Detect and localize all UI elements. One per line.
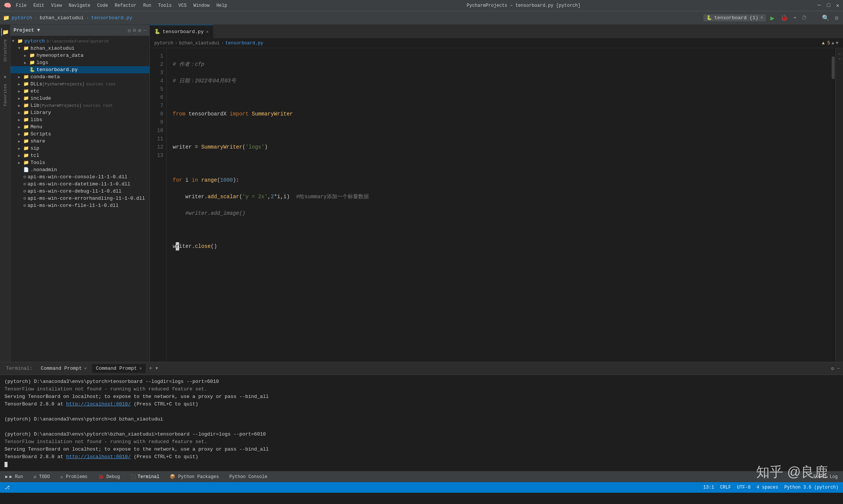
run-tool-icon: ▶ [5, 474, 8, 480]
toolbar-breadcrumb-sep2: › [86, 15, 89, 21]
tree-item-bzhan[interactable]: ▼ 📁 bzhan_xiaotudui [11, 45, 149, 52]
terminal-settings-icon[interactable]: ⚙ [831, 366, 834, 372]
settings-button[interactable]: ⚙ [833, 14, 840, 22]
tree-item-dlls[interactable]: ▶ 📁 DLLs [PycharmProjects] sources root [11, 80, 149, 88]
scrollbar-thumb[interactable] [832, 56, 835, 79]
tree-item-dll1[interactable]: ▶ ⚙ api-ms-win-core-console-l1-1-0.dll [11, 173, 149, 181]
run-config-selector[interactable]: 🐍 tensorboard (1) ▼ [703, 14, 766, 21]
status-encoding[interactable]: UTF-8 [737, 485, 750, 490]
coverage-button[interactable]: ☂ [792, 15, 798, 21]
code-editor[interactable]: 1 2 3 4 5 6 7 8 9 10 11 12 13 # 作者：cfp #… [150, 48, 843, 362]
tree-item-tensorboard[interactable]: ▶ 🐍 tensorboard.py [11, 66, 149, 73]
terminal-tab-1[interactable]: Command Prompt ✕ [37, 364, 90, 373]
menu-window[interactable]: Window [191, 2, 212, 9]
breadcrumb-sep2: › [221, 41, 224, 46]
problems-tool-item[interactable]: ⚠ Problems [58, 473, 90, 480]
menu-file[interactable]: File [14, 2, 29, 9]
terminal-body[interactable]: (pytorch) D:\anaconda3\envs\pytorch>tens… [0, 375, 843, 471]
tree-item-logs[interactable]: ▶ 📁 logs [11, 59, 149, 66]
todo-tool-label: ☑ TODO [33, 474, 50, 480]
status-bar: ⎇ 13:1 CRLF UTF-8 4 spaces Python 3.6 (p… [0, 482, 843, 493]
titlebar-controls: ─ □ ✕ [818, 2, 839, 9]
settings-gear-icon[interactable]: ⚙ [138, 27, 141, 33]
tree-item-etc[interactable]: ▶ 📁 etc [11, 88, 149, 95]
code-line-11 [173, 226, 825, 234]
menu-view[interactable]: View [49, 2, 64, 9]
tab-file-icon: 🐍 [154, 29, 160, 35]
tree-item-lib[interactable]: ▶ 📁 Lib [PycharmProjects] sources root [11, 102, 149, 109]
locate-icon[interactable]: ◎ [128, 27, 131, 33]
menu-edit[interactable]: Edit [31, 2, 47, 9]
menu-run[interactable]: Run [141, 2, 154, 9]
sidebar-project-icon[interactable]: 📁 [1, 28, 9, 36]
tree-item-tools[interactable]: ▶ 📁 Tools [11, 159, 149, 166]
terminal-add-button[interactable]: + [147, 365, 154, 372]
minimize-button[interactable]: ─ [818, 2, 821, 9]
panel-close-icon[interactable]: — [143, 27, 146, 33]
tree-item-menu[interactable]: ▶ 📁 Menu [11, 123, 149, 131]
menu-help[interactable]: Help [214, 2, 230, 9]
terminal-tab-2[interactable]: Command Prompt ✕ [92, 364, 146, 373]
maximize-button[interactable]: □ [827, 2, 830, 9]
tree-item-libs[interactable]: ▶ 📁 libs [11, 116, 149, 123]
terminal-tab-2-close[interactable]: ✕ [139, 366, 142, 371]
tree-item-conda-meta[interactable]: ▶ 📁 conda-meta [11, 73, 149, 80]
error-warning-count: ▲ 5 [822, 41, 830, 46]
menu-tools[interactable]: Tools [156, 2, 174, 9]
editor-tab-tensorboard[interactable]: 🐍 tensorboard.py ✕ [150, 25, 213, 38]
debug-tool-item[interactable]: 🐞 Debug [96, 473, 122, 480]
collapse-all-icon[interactable]: ⊟ [133, 27, 136, 33]
code-line-9: writer.add_scalar('y = 2x',2*i,i) #给summ… [173, 193, 825, 201]
menu-code[interactable]: Code [95, 2, 110, 9]
run-button[interactable]: ▶ [768, 14, 777, 22]
python-packages-tool-item[interactable]: 📦 Python Packages [167, 473, 221, 480]
menu-vcs[interactable]: VCS [176, 2, 189, 9]
profile-button[interactable]: ⏱ [800, 15, 808, 21]
terminal-line-8: (pytorch) D:\anaconda3\envs\pytorch\bzha… [5, 431, 838, 438]
editor-scrollbar[interactable] [831, 48, 835, 362]
terminal-minimize-icon[interactable]: — [837, 366, 840, 371]
breadcrumb-scroll-up[interactable]: ▲ [832, 41, 834, 46]
tree-item-include[interactable]: ▶ 📁 include [11, 95, 149, 102]
run-tool-item[interactable]: ▶ ▶ Run [3, 473, 25, 480]
tree-item-dll5[interactable]: ▶ ⚙ api-ms-win-core-file-l1-1-0.dll [11, 202, 149, 209]
tree-item-root[interactable]: ▼ 📁 pytorch D:\anaconda3\envs\pytorch [11, 38, 149, 45]
event-log-tool-item[interactable]: Event Log [811, 474, 840, 480]
menu-refactor[interactable]: Refactor [113, 2, 139, 9]
terminal-tool-item[interactable]: ⬛ Terminal [128, 473, 162, 480]
terminal-link-1[interactable]: http://localhost:6010/ [66, 401, 131, 407]
terminal-dropdown-arrow[interactable]: ▼ [155, 366, 158, 371]
code-content[interactable]: # 作者：cfp # 日期：2022年04月03号 from tensorboa… [167, 48, 831, 362]
tree-item-share[interactable]: ▶ 📁 share [11, 138, 149, 145]
tree-item-hymenoptera[interactable]: ▶ 📁 hymenoptera_data [11, 52, 149, 59]
code-line-1: # 作者：cfp [173, 60, 825, 68]
tree-item-scripts[interactable]: ▶ 📁 Scripts [11, 131, 149, 138]
terminal-link-2[interactable]: http://localhost:6010/ [66, 454, 131, 460]
tree-item-dll4[interactable]: ▶ ⚙ api-ms-win-core-errorhandling-l1-1-0… [11, 195, 149, 202]
search-button[interactable]: 🔍 [820, 14, 831, 22]
terminal-tab-1-close[interactable]: ✕ [84, 366, 87, 371]
status-indent[interactable]: 4 spaces [756, 485, 778, 490]
tree-item-sip[interactable]: ▶ 📁 sip [11, 145, 149, 152]
sidebar-structure-icon[interactable]: Structure [3, 39, 8, 62]
tree-item-library[interactable]: ▶ 📁 Library [11, 109, 149, 116]
sidebar-favorites-icon[interactable]: Favorites [3, 83, 8, 106]
python-console-tool-item[interactable]: Python Console [227, 474, 270, 480]
status-line-col[interactable]: 13:1 [703, 485, 714, 490]
debug-button[interactable]: 🐞 [779, 14, 790, 22]
close-button[interactable]: ✕ [836, 2, 839, 9]
run-config-arrow: ▼ [761, 16, 763, 20]
main-toolbar: 📁 pytorch › bzhan_xiaotudui › tensorboar… [0, 11, 843, 25]
tree-item-tcl[interactable]: ▶ 📁 tcl [11, 152, 149, 159]
tree-item-dll2[interactable]: ▶ ⚙ api-ms-win-core-datetime-l1-1-0.dll [11, 181, 149, 188]
menu-navigate[interactable]: Navigate [66, 2, 93, 9]
sidebar-bookmarks-icon[interactable]: ★ [1, 72, 9, 80]
tree-item-nonadmin[interactable]: ▶ 📄 .nonadmin [11, 166, 149, 173]
terminal-line-11: TensorBoard 2.8.0 at http://localhost:60… [5, 453, 838, 461]
todo-tool-item[interactable]: ☑ TODO [31, 473, 52, 480]
status-python-version[interactable]: Python 3.6 (pytorch) [784, 485, 838, 490]
status-line-sep[interactable]: CRLF [720, 485, 731, 490]
breadcrumb-scroll-down[interactable]: ▼ [836, 41, 838, 46]
tab-close-button[interactable]: ✕ [206, 29, 208, 35]
tree-item-dll3[interactable]: ▶ ⚙ api-ms-win-core-debug-l1-1-0.dll [11, 188, 149, 195]
